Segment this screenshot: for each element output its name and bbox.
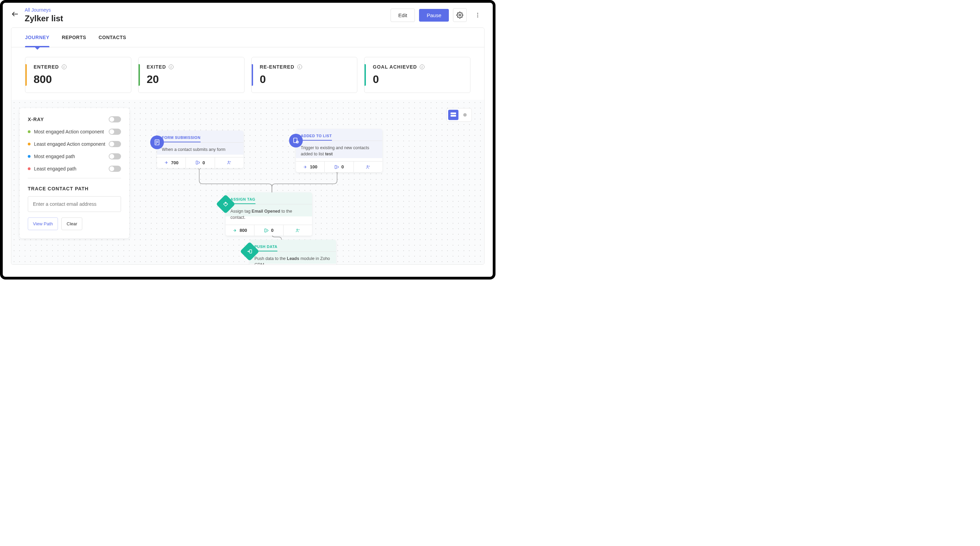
node-entered: 100	[296, 162, 325, 172]
info-icon[interactable]: i	[62, 64, 67, 69]
gear-icon	[457, 12, 463, 19]
view-toggle	[447, 108, 472, 122]
page-title: Zylker list	[25, 14, 391, 23]
view-path-button[interactable]: View Path	[28, 217, 58, 230]
pause-button[interactable]: Pause	[419, 9, 449, 22]
node-desc: Push data to the Leads module in Zoho CR…	[250, 252, 336, 265]
stat-reentered: RE-ENTEREDi 0	[251, 57, 358, 93]
circle-view-icon	[463, 113, 468, 117]
svg-point-3	[477, 15, 478, 16]
tab-journey[interactable]: JOURNEY	[25, 28, 49, 47]
form-icon	[150, 135, 164, 149]
node-contacts[interactable]	[354, 162, 382, 172]
more-menu-button[interactable]	[471, 8, 485, 22]
xray-title: X-RAY	[28, 116, 44, 122]
trace-title: TRACE CONTACT PATH	[28, 186, 121, 191]
card-view-icon	[450, 113, 456, 117]
svg-point-28	[367, 165, 368, 167]
node-desc: Assign tag Email Opened to the contact.	[226, 204, 312, 224]
svg-rect-22	[294, 138, 297, 143]
node-title: FORM SUBMISSION	[162, 135, 200, 142]
svg-point-2	[477, 13, 478, 14]
node-entered: 700	[157, 158, 186, 168]
info-icon[interactable]: i	[169, 64, 173, 69]
dot-green-icon	[28, 131, 30, 133]
node-desc: When a contact submits any form	[157, 143, 243, 157]
exit-icon	[196, 160, 200, 165]
toggle-least-action[interactable]	[109, 141, 121, 147]
dot-blue-icon	[28, 155, 30, 158]
exit-icon	[334, 165, 339, 169]
svg-point-4	[477, 16, 478, 18]
node-desc: Trigger to existing and new contacts add…	[296, 141, 382, 161]
svg-rect-18	[196, 161, 198, 164]
svg-rect-6	[450, 115, 456, 116]
node-contacts[interactable]	[283, 225, 312, 236]
list-add-icon	[289, 134, 303, 148]
toggle-most-path[interactable]	[109, 153, 121, 159]
svg-point-34	[297, 229, 298, 230]
node-contacts[interactable]	[215, 158, 243, 168]
toggle-most-action[interactable]	[109, 129, 121, 135]
node-assign-tag[interactable]: ASSIGN TAG Assign tag Email Opened to th…	[226, 193, 312, 236]
dot-orange-icon	[28, 143, 30, 145]
tab-reports[interactable]: REPORTS	[62, 28, 86, 47]
svg-point-19	[228, 161, 229, 162]
divider	[28, 178, 121, 178]
back-arrow[interactable]	[11, 10, 19, 20]
clear-button[interactable]: Clear	[61, 217, 82, 230]
svg-rect-5	[450, 113, 456, 114]
person-icon	[295, 228, 300, 233]
info-icon[interactable]: i	[297, 64, 302, 69]
toggle-least-path[interactable]	[109, 166, 121, 172]
tab-contacts[interactable]: CONTACTS	[99, 28, 126, 47]
view-circle-button[interactable]	[460, 110, 470, 120]
info-icon[interactable]: i	[420, 64, 425, 69]
svg-point-31	[225, 203, 226, 204]
enter-icon	[303, 165, 308, 169]
stat-entered: ENTEREDi 800	[25, 57, 131, 93]
node-exited: 0	[255, 225, 283, 236]
trace-email-input[interactable]	[28, 196, 121, 212]
node-form-submission[interactable]: FORM SUBMISSION When a contact submits a…	[157, 131, 243, 168]
svg-rect-33	[265, 229, 266, 232]
person-icon	[366, 165, 370, 169]
node-entered: 800	[226, 225, 255, 236]
svg-point-1	[459, 14, 461, 16]
enter-icon	[233, 228, 238, 233]
node-exited: 0	[186, 158, 215, 168]
exit-icon	[264, 228, 269, 233]
stat-exited: EXITEDi 20	[138, 57, 245, 93]
xray-master-toggle[interactable]	[109, 116, 121, 123]
svg-point-7	[463, 113, 467, 116]
settings-button[interactable]	[453, 8, 467, 22]
person-icon	[227, 160, 231, 165]
view-card-button[interactable]	[448, 110, 458, 120]
breadcrumb[interactable]: All Journeys	[25, 7, 51, 13]
svg-rect-27	[335, 165, 337, 169]
node-push-data[interactable]: PUSH DATA Push data to the Leads module …	[250, 240, 336, 265]
node-exited: 0	[325, 162, 353, 172]
stat-goal: GOAL ACHIEVEDi 0	[364, 57, 471, 93]
dot-red-icon	[28, 167, 30, 170]
svg-rect-37	[250, 250, 252, 253]
enter-icon	[164, 160, 169, 165]
node-added-to-list[interactable]: ADDED TO LIST Trigger to existing and ne…	[296, 129, 382, 172]
node-title: ADDED TO LIST	[301, 134, 332, 141]
xray-panel: X-RAY Most engaged Action component Leas…	[19, 108, 129, 238]
edit-button[interactable]: Edit	[391, 9, 415, 22]
more-vertical-icon	[474, 12, 481, 18]
